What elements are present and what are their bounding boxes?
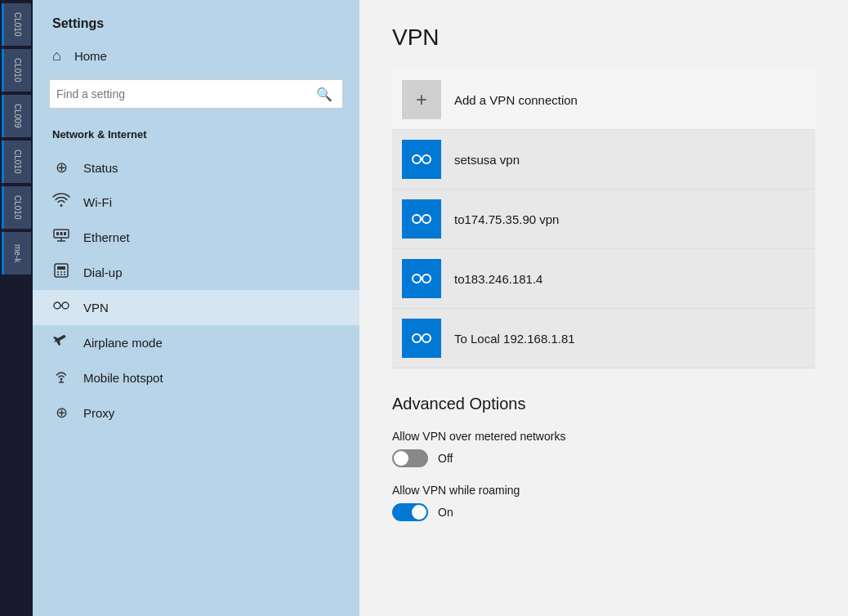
search-input[interactable] [56, 87, 313, 100]
sidebar-label-proxy: Proxy [83, 406, 114, 420]
vpn-icon-to174 [402, 199, 441, 239]
vpn-icon-setsusa [402, 140, 441, 179]
toggle-roaming-status: On [438, 506, 453, 519]
toggle-roaming-row: On [392, 503, 815, 521]
sidebar-item-ethernet[interactable]: Ethernet [33, 220, 359, 255]
svg-point-11 [57, 274, 59, 275]
svg-rect-4 [60, 232, 63, 235]
vpn-list: + Add a VPN connection setsusa vpn [392, 70, 815, 368]
sidebar-label-wifi: Wi-Fi [83, 195, 112, 209]
status-icon: ⊕ [52, 158, 70, 176]
toggle-metered[interactable] [392, 449, 428, 467]
main-content: VPN + Add a VPN connection setsusa vpn [359, 0, 848, 616]
home-nav-item[interactable]: ⌂ Home [33, 39, 359, 73]
vpn-icon-tolocal [402, 319, 441, 358]
vpn-item-to174[interactable]: to174.75.35.90 vpn [392, 190, 815, 249]
svg-point-10 [64, 271, 65, 273]
search-button[interactable]: 🔍 [313, 87, 336, 102]
taskbar-label-5: CL010 [13, 195, 22, 219]
sidebar-item-wifi[interactable]: Wi-Fi [33, 185, 359, 220]
taskbar-item-4[interactable]: CL010 [2, 141, 31, 183]
sidebar-item-status[interactable]: ⊕ Status [33, 150, 359, 185]
taskbar-label-4: CL010 [13, 150, 22, 173]
search-box: 🔍 [49, 79, 343, 109]
sidebar-item-proxy[interactable]: ⊕ Proxy [33, 395, 359, 430]
svg-point-9 [60, 271, 62, 273]
sidebar-label-ethernet: Ethernet [83, 230, 130, 244]
vpn-item-to183[interactable]: to183.246.181.4 [392, 249, 815, 309]
ethernet-icon [52, 228, 70, 247]
sidebar-label-vpn: VPN [83, 301, 109, 315]
vpn-item-tolocal[interactable]: To Local 192.168.1.81 [392, 309, 815, 368]
sidebar-label-status: Status [83, 161, 118, 175]
home-icon: ⌂ [52, 47, 61, 65]
toggle-metered-row: Off [392, 449, 815, 467]
vpn-name-tolocal: To Local 192.168.1.81 [454, 332, 575, 346]
taskbar-item-3[interactable]: CL009 [2, 95, 31, 137]
settings-title: Settings [33, 0, 359, 39]
wifi-icon [52, 193, 70, 212]
taskbar-item-2[interactable]: CL010 [2, 49, 31, 92]
svg-point-27 [422, 275, 431, 283]
page-title: VPN [392, 25, 815, 51]
vpn-name-to183: to183.246.181.4 [454, 272, 542, 286]
toggle-roaming[interactable] [392, 503, 428, 521]
home-label: Home [74, 49, 107, 63]
settings-sidebar: Settings ⌂ Home 🔍 Network & Internet ⊕ S… [33, 0, 359, 616]
taskbar-strip: CL010 CL010 CL009 CL010 CL010 me-k [0, 0, 33, 616]
svg-point-8 [57, 271, 59, 273]
section-label: Network & Internet [33, 122, 359, 150]
svg-point-29 [413, 334, 421, 342]
proxy-icon: ⊕ [52, 404, 70, 422]
advanced-options-title: Advanced Options [392, 395, 815, 413]
airplane-icon [52, 333, 70, 352]
sidebar-label-dialup: Dial-up [83, 266, 123, 279]
svg-point-17 [60, 378, 63, 381]
sidebar-item-dialup[interactable]: Dial-up [33, 255, 359, 290]
taskbar-item-1[interactable]: CL010 [2, 3, 31, 46]
svg-rect-5 [64, 232, 66, 235]
sidebar-item-airplane[interactable]: Airplane mode [33, 325, 359, 360]
svg-point-15 [62, 302, 69, 309]
svg-point-20 [413, 155, 421, 163]
sidebar-label-hotspot: Mobile hotspot [83, 371, 163, 385]
vpn-item-setsusa[interactable]: setsusa vpn [392, 130, 815, 190]
option-metered: Allow VPN over metered networks Off [392, 430, 815, 467]
taskbar-label-2: CL010 [13, 58, 22, 82]
svg-point-13 [64, 274, 65, 275]
svg-point-14 [54, 302, 60, 309]
option-roaming: Allow VPN while roaming On [392, 484, 815, 521]
svg-rect-3 [56, 232, 59, 235]
sidebar-item-hotspot[interactable]: Mobile hotspot [33, 360, 359, 395]
svg-point-24 [422, 215, 431, 223]
hotspot-icon [52, 368, 70, 387]
svg-point-26 [413, 275, 421, 283]
taskbar-label-1: CL010 [13, 12, 22, 36]
svg-point-12 [60, 274, 62, 275]
svg-point-21 [422, 155, 431, 163]
add-vpn-icon: + [402, 80, 441, 119]
taskbar-item-6[interactable]: me-k [2, 232, 31, 275]
svg-rect-7 [57, 266, 65, 270]
add-vpn-label: Add a VPN connection [454, 93, 578, 107]
sidebar-item-vpn[interactable]: VPN [33, 290, 359, 325]
taskbar-label-6: me-k [13, 244, 22, 262]
taskbar-label-3: CL009 [13, 104, 22, 127]
taskbar-item-5[interactable]: CL010 [2, 186, 31, 229]
dialup-icon [52, 263, 70, 282]
vpn-name-to174: to174.75.35.90 vpn [454, 212, 559, 226]
svg-point-23 [413, 215, 421, 223]
svg-point-30 [422, 334, 431, 342]
sidebar-label-airplane: Airplane mode [83, 336, 163, 350]
option-metered-label: Allow VPN over metered networks [392, 430, 815, 443]
option-roaming-label: Allow VPN while roaming [392, 484, 815, 497]
vpn-name-setsusa: setsusa vpn [454, 153, 520, 167]
toggle-metered-status: Off [438, 452, 453, 465]
vpn-icon-to183 [402, 259, 441, 298]
add-vpn-item[interactable]: + Add a VPN connection [392, 70, 815, 130]
vpn-nav-icon [52, 298, 70, 317]
